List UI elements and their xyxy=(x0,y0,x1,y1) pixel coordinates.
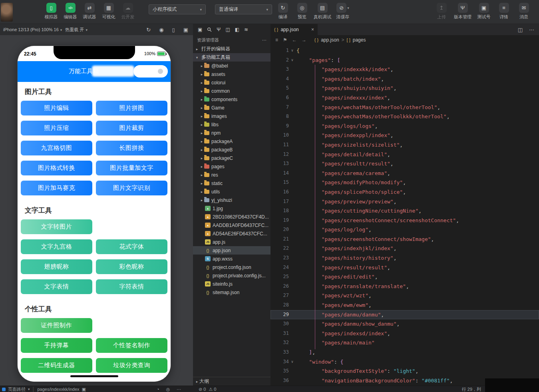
performance-icon[interactable]: ◔ xyxy=(157,387,159,392)
code-line[interactable]: 12 "pages/detail/detail", xyxy=(270,150,539,159)
code-line[interactable]: 27 "pages/wzt/wzt", xyxy=(270,291,539,300)
close-icon[interactable]: × xyxy=(311,27,314,32)
folder-item[interactable]: ▸images xyxy=(193,112,270,120)
folder-item[interactable]: ▸npm xyxy=(193,129,270,137)
code-line[interactable]: 14 "pages/carema/carema", xyxy=(270,169,539,178)
toolbar-test-account-button[interactable]: ▣测试号 xyxy=(475,3,493,20)
toolbar-visualize-button[interactable]: ▦可视化 xyxy=(100,3,117,20)
toolbar-version-button[interactable]: Ψ版本管理 xyxy=(453,3,473,20)
code-line[interactable]: 32 "pages/main/main" xyxy=(270,338,539,348)
folder-item[interactable]: ▸yj_yishuzi xyxy=(193,196,270,204)
code-line[interactable]: 13 "pages/resultt/result", xyxy=(270,159,539,169)
more-icon[interactable]: ⋯ xyxy=(262,38,267,43)
tool-button[interactable]: 二维码生成器 xyxy=(21,358,92,373)
toolbar-simulator-button[interactable]: ▯模拟器 xyxy=(42,3,60,20)
toolbar-details-button[interactable]: ≡详情 xyxy=(495,3,513,20)
file-item[interactable]: JSapp.js xyxy=(193,238,270,246)
code-line[interactable]: 7 "pages/wechatMas/otherTool/otherTool", xyxy=(270,103,539,112)
tool-button[interactable]: 花式字体 xyxy=(96,239,167,254)
code-line[interactable]: 30 "pages/danmu/show_danmu", xyxy=(270,319,539,329)
folder-item[interactable]: ▸res xyxy=(193,171,270,179)
tool-button[interactable]: 图片格式转换 xyxy=(21,161,92,175)
breadcrumb-symbol[interactable]: pages xyxy=(353,37,366,43)
compile-mode-select[interactable]: 普通编译 ▾ xyxy=(215,4,272,14)
tool-button[interactable]: 个性签名制作 xyxy=(96,338,167,353)
fold-icon[interactable]: ∨ xyxy=(289,357,296,367)
code-line[interactable]: 34∨ "window": { xyxy=(270,357,539,367)
toolbar-messages-button[interactable]: ✉消息 xyxy=(515,3,533,20)
device-frame-icon[interactable]: ▯ xyxy=(172,27,175,33)
explorer-section[interactable]: ▸打开的编辑器 xyxy=(193,45,270,53)
tool-button[interactable]: 文字表情 xyxy=(21,279,92,294)
current-page-path[interactable]: pages/indexxkk/index xyxy=(37,387,79,392)
code-line[interactable]: 4 "pages/batch/index", xyxy=(270,74,539,84)
folder-item[interactable]: ▸colorui xyxy=(193,78,270,87)
folder-item[interactable]: ▸packageA xyxy=(193,137,270,145)
tool-button[interactable]: 图片加马赛克 xyxy=(21,181,92,195)
hot-reload-toggle[interactable]: 热重载 开▾ xyxy=(65,27,88,33)
code-line[interactable]: 31 "pages/indexsd/index", xyxy=(270,329,539,338)
code-line[interactable]: 3 "pages/indexxkk/index", xyxy=(270,65,539,74)
toolbar-editor-button[interactable]: </>编辑器 xyxy=(62,3,79,20)
clean-icon[interactable]: ≋ xyxy=(244,27,248,32)
tool-button[interactable]: 文字九宫格 xyxy=(21,239,92,254)
tool-button[interactable]: 图片裁剪 xyxy=(96,121,167,135)
toolbar-compile-button[interactable]: ↻编译 xyxy=(274,3,292,20)
code-line[interactable]: 23 "pages/history/history", xyxy=(270,253,539,263)
tool-button[interactable]: 照片拼图 xyxy=(96,101,167,115)
tool-button[interactable]: 彩色昵称 xyxy=(96,259,167,274)
file-item[interactable]: {}project.config.json xyxy=(193,263,270,271)
file-item[interactable]: {}sitemap.json xyxy=(193,288,270,296)
folder-item[interactable]: ▸packageC xyxy=(193,154,270,162)
file-item[interactable]: AADDB1A0FD6437CFC... xyxy=(193,221,270,229)
code-line[interactable]: 15 "pages/modifyPhoto/modify", xyxy=(270,178,539,187)
phone-simulator[interactable]: 22:45 100% 万能工具箱 图片工具照片编辑照片拼图照片压缩图片裁剪九宫格… xyxy=(18,46,171,382)
cursor-position[interactable]: 行 29，列 xyxy=(462,386,481,392)
tool-button[interactable]: 九宫格切图 xyxy=(21,141,92,155)
tab-app-json[interactable]: { } app.json × xyxy=(270,24,318,35)
tool-button[interactable]: 照片编辑 xyxy=(21,101,92,115)
tool-button[interactable]: 字符表情 xyxy=(96,279,167,294)
file-item[interactable]: JSsiteinfo.js xyxy=(193,280,270,288)
problems-indicator[interactable]: ⊘ 0 ⚠ 0 xyxy=(199,386,216,392)
tool-button[interactable]: 手持弹幕 xyxy=(21,338,92,353)
file-item[interactable]: {}project.private.config.js... xyxy=(193,271,270,280)
tool-button[interactable]: 照片压缩 xyxy=(21,121,92,135)
record-icon[interactable]: ◉ xyxy=(159,27,163,33)
folder-item[interactable]: ▸packageB xyxy=(193,145,270,154)
code-line[interactable]: 24 "pages/result/result", xyxy=(270,263,539,273)
code-line[interactable]: 2∨ "pages": [ xyxy=(270,56,539,65)
code-line[interactable]: 17 "pages/preview/preview", xyxy=(270,197,539,207)
folder-item[interactable]: ▸assets xyxy=(193,70,270,78)
user-avatar[interactable] xyxy=(1,3,13,22)
code-line[interactable]: 21 "pages/screenshotConnect/showImage", xyxy=(270,235,539,244)
page-path-selector[interactable]: 页面路径 xyxy=(8,386,26,392)
file-item[interactable]: 1.jpg xyxy=(193,204,270,213)
float-window-icon[interactable]: ▣ xyxy=(183,27,188,33)
capsule-button[interactable] xyxy=(133,65,168,78)
tool-button[interactable]: 垃圾分类查询 xyxy=(96,358,167,373)
file-item[interactable]: 2BD10862FD6437CF4D... xyxy=(193,213,270,221)
fold-icon[interactable]: ∨ xyxy=(289,46,296,56)
folder-item[interactable]: ▸common xyxy=(193,87,270,95)
folder-item[interactable]: ▸Game xyxy=(193,103,270,112)
git-branch-icon[interactable]: Ψ xyxy=(217,27,221,32)
tool-button[interactable]: 图片文字识别 xyxy=(96,181,167,195)
folder-item[interactable]: ▸utils xyxy=(193,187,270,196)
code-line[interactable]: 16 "pages/splicePhoto/splice", xyxy=(270,187,539,197)
toolbar-device-debug-button[interactable]: ▤真机调试 xyxy=(312,3,332,20)
outline-section[interactable]: ▸ 大纲 xyxy=(193,377,270,386)
code-line[interactable]: 33 ], xyxy=(270,348,539,357)
search-icon[interactable] xyxy=(207,27,212,32)
tool-button[interactable]: 翅膀昵称 xyxy=(21,259,92,274)
bookmark-icon[interactable]: ⚑ xyxy=(283,37,287,43)
code-line[interactable]: 8 "pages/wechatMas/otherToolkkk/otherToo… xyxy=(270,112,539,121)
folder-item[interactable]: ▸components xyxy=(193,95,270,103)
code-line[interactable]: 6 "pages/indexxx/index", xyxy=(270,93,539,103)
file-item[interactable]: Sapp.wxss xyxy=(193,255,270,263)
tool-button[interactable]: 证件照制作 xyxy=(21,318,92,333)
toolbar-preview-button[interactable]: ◎预览 xyxy=(293,3,311,20)
list-icon[interactable]: ≡ xyxy=(275,37,278,43)
toolbar-debugger-button[interactable]: ⇄调试器 xyxy=(81,3,98,20)
tool-button[interactable]: 图片批量加文字 xyxy=(96,161,167,175)
